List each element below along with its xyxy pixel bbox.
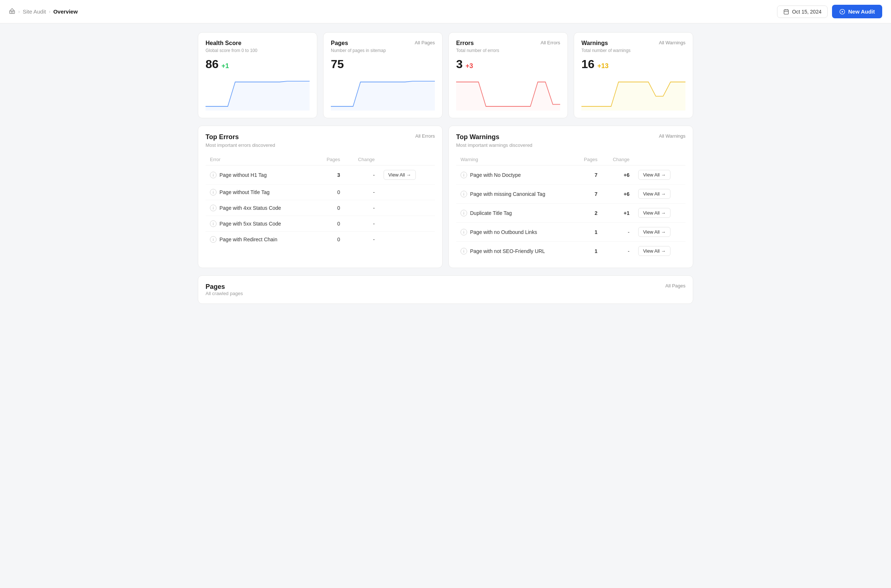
error-name-cell: i Page without H1 Tag bbox=[206, 165, 314, 184]
view-all-button[interactable]: View All → bbox=[383, 170, 416, 180]
view-all-cell: View All → bbox=[634, 223, 685, 242]
info-icon: i bbox=[461, 172, 467, 178]
pages-section-subtitle: All crawled pages bbox=[206, 291, 243, 296]
card-title-pages: Pages bbox=[331, 40, 348, 46]
table-row: i Page without Title Tag 0 - bbox=[206, 184, 435, 200]
top-warnings-link[interactable]: All Warnings bbox=[659, 133, 685, 139]
error-name: Page with Redirect Chain bbox=[219, 237, 277, 242]
change-cell: - bbox=[344, 216, 379, 232]
view-all-button[interactable]: View All → bbox=[638, 246, 670, 256]
new-audit-label: New Audit bbox=[848, 8, 875, 15]
card-header-pages: Pages All Pages bbox=[331, 40, 435, 46]
pages-cell: 0 bbox=[314, 200, 345, 216]
calendar-icon bbox=[783, 9, 789, 15]
view-all-button[interactable]: View All → bbox=[638, 208, 670, 218]
card-subtitle-health: Global score from 0 to 100 bbox=[206, 48, 310, 53]
view-all-button[interactable]: View All → bbox=[638, 170, 670, 180]
info-icon: i bbox=[461, 210, 467, 216]
pages-cell: 0 bbox=[314, 232, 345, 248]
info-icon: i bbox=[210, 205, 216, 211]
new-audit-button[interactable]: New Audit bbox=[832, 5, 882, 18]
view-all-cell: View All → bbox=[634, 165, 685, 184]
card-value-errors: 3 +3 bbox=[456, 57, 560, 71]
card-subtitle-pages: Number of pages in sitemap bbox=[331, 48, 435, 53]
breadcrumb-chevron-2: › bbox=[49, 9, 50, 14]
error-name: Page with 5xx Status Code bbox=[219, 221, 281, 226]
warning-name-cell: i Page with No Doctype bbox=[456, 165, 574, 184]
error-name: Page without Title Tag bbox=[219, 189, 270, 195]
card-link-warnings[interactable]: All Warnings bbox=[659, 40, 685, 45]
table-row: i Page with No Doctype 7 +6 View All → bbox=[456, 165, 685, 184]
info-icon: i bbox=[461, 229, 467, 236]
col-error: Error bbox=[206, 154, 314, 165]
home-icon[interactable] bbox=[9, 8, 15, 15]
col-change: Change bbox=[344, 154, 379, 165]
breadcrumb-site-audit[interactable]: Site Audit bbox=[23, 8, 46, 15]
change-cell: +6 bbox=[602, 165, 634, 184]
table-row: i Page with not SEO-Friendly URL 1 - Vie… bbox=[456, 242, 685, 261]
warning-name: Page with not SEO-Friendly URL bbox=[470, 248, 545, 254]
play-icon bbox=[839, 9, 845, 15]
errors-table: Error Pages Change i Page without H1 Tag… bbox=[206, 154, 435, 247]
top-errors-header: Top Errors All Errors bbox=[206, 133, 435, 141]
top-errors-link[interactable]: All Errors bbox=[415, 133, 435, 139]
pages-section-header: Pages All crawled pages All Pages bbox=[206, 283, 685, 296]
warning-name: Duplicate Title Tag bbox=[470, 210, 512, 216]
errors-chart bbox=[456, 74, 560, 111]
date-text: Oct 15, 2024 bbox=[792, 9, 821, 15]
top-errors-title-group: Top Errors bbox=[206, 133, 239, 141]
view-all-cell: View All → bbox=[379, 165, 435, 184]
card-title-errors: Errors bbox=[456, 40, 474, 46]
card-header-errors: Errors All Errors bbox=[456, 40, 560, 46]
card-link-pages[interactable]: All Pages bbox=[415, 40, 435, 45]
col-pages-w: Pages bbox=[574, 154, 602, 165]
errors-card: Errors All Errors Total number of errors… bbox=[448, 32, 568, 118]
change-cell: +6 bbox=[602, 184, 634, 204]
info-icon: i bbox=[210, 189, 216, 195]
pages-section: Pages All crawled pages All Pages bbox=[198, 275, 693, 304]
pages-cell: 7 bbox=[574, 184, 602, 204]
pages-cell: 0 bbox=[314, 184, 345, 200]
pages-section-link[interactable]: All Pages bbox=[665, 283, 685, 288]
top-warnings-title-group: Top Warnings bbox=[456, 133, 499, 141]
card-value-warnings: 16 +13 bbox=[581, 57, 685, 71]
breadcrumb-chevron-1: › bbox=[18, 9, 20, 14]
warning-name-cell: i Duplicate Title Tag bbox=[456, 204, 574, 223]
change-cell: - bbox=[344, 232, 379, 248]
error-name-cell: i Page with 4xx Status Code bbox=[206, 200, 314, 216]
card-title-health: Health Score bbox=[206, 40, 242, 46]
warning-name-cell: i Page with not SEO-Friendly URL bbox=[456, 242, 574, 261]
view-all-button[interactable]: View All → bbox=[638, 227, 670, 237]
card-link-errors[interactable]: All Errors bbox=[541, 40, 560, 45]
health-chart bbox=[206, 74, 310, 111]
header: › Site Audit › Overview Oct 15, 2024 New… bbox=[0, 0, 891, 23]
view-all-cell: View All → bbox=[634, 204, 685, 223]
change-cell: - bbox=[344, 165, 379, 184]
change-cell: - bbox=[602, 242, 634, 261]
table-row: i Duplicate Title Tag 2 +1 View All → bbox=[456, 204, 685, 223]
error-name: Page without H1 Tag bbox=[219, 172, 267, 178]
warning-name: Page with missing Canonical Tag bbox=[470, 191, 545, 197]
warning-name: Page with No Doctype bbox=[470, 172, 521, 178]
pages-chart bbox=[331, 74, 435, 111]
error-name-cell: i Page with 5xx Status Code bbox=[206, 216, 314, 232]
info-icon: i bbox=[461, 248, 467, 255]
col-change-w: Change bbox=[602, 154, 634, 165]
warning-name: Page with no Outbound Links bbox=[470, 229, 537, 235]
pages-card: Pages All Pages Number of pages in sitem… bbox=[323, 32, 443, 118]
error-name: Page with 4xx Status Code bbox=[219, 205, 281, 211]
card-title-warnings: Warnings bbox=[581, 40, 608, 46]
table-row: i Page with missing Canonical Tag 7 +6 V… bbox=[456, 184, 685, 204]
pages-cell: 3 bbox=[314, 165, 345, 184]
health-score-card: Health Score Global score from 0 to 100 … bbox=[198, 32, 317, 118]
info-icon: i bbox=[210, 220, 216, 227]
warning-name-cell: i Page with missing Canonical Tag bbox=[456, 184, 574, 204]
breadcrumb: › Site Audit › Overview bbox=[9, 8, 78, 15]
breadcrumb-overview: Overview bbox=[53, 8, 78, 15]
card-subtitle-errors: Total number of errors bbox=[456, 48, 560, 53]
card-header-warnings: Warnings All Warnings bbox=[581, 40, 685, 46]
top-warnings-subtitle: Most important warnings discovered bbox=[456, 142, 685, 148]
view-all-button[interactable]: View All → bbox=[638, 189, 670, 199]
card-value-pages: 75 bbox=[331, 57, 435, 71]
table-row: i Page with no Outbound Links 1 - View A… bbox=[456, 223, 685, 242]
